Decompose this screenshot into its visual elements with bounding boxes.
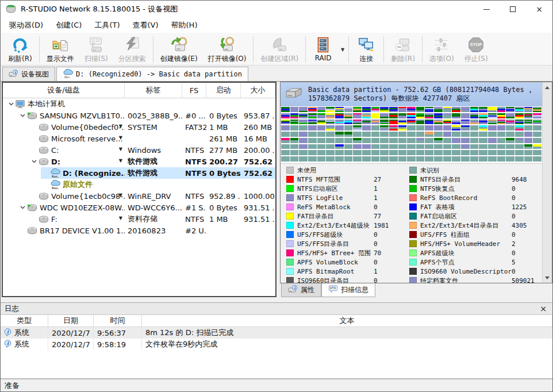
scan-panel-scrollbar[interactable] <box>542 82 552 283</box>
log-column-header-1[interactable]: 日期 <box>48 315 94 326</box>
cell-start: 0 Bytes <box>206 202 241 213</box>
tab-scan-info[interactable]: 扫描信息 <box>321 283 375 297</box>
cell-fs <box>182 98 206 110</box>
raid-dropdown-arrow-button[interactable]: ▼ <box>339 34 347 65</box>
log-date: 2020/12/7 <box>48 339 94 350</box>
tab-label: 属性 <box>301 285 314 295</box>
device-combo-arrow-icon[interactable]: ▼ <box>119 135 122 140</box>
disk-icon <box>39 135 49 143</box>
device-combo-arrow-icon[interactable]: ▼ <box>119 216 122 221</box>
scan-block <box>308 132 317 137</box>
device-cell[interactable]: SAMSUNG MZVLB1T0... <box>3 110 125 121</box>
chevron-expand-icon[interactable] <box>18 206 27 209</box>
device-cell[interactable]: Volume{1ecb0c98-...▼ <box>3 190 125 202</box>
toolbar-button-scan: 扫描(S) <box>79 34 113 65</box>
device-cell[interactable]: F:▼ <box>3 213 125 225</box>
maximize-button[interactable] <box>500 1 526 18</box>
device-cell[interactable]: WDC WD10EZEX-08W... <box>3 202 125 213</box>
chevron-expand-icon[interactable] <box>18 114 27 117</box>
scan-block <box>362 107 371 112</box>
device-cell[interactable]: Rec.D: (Recognize... <box>3 167 125 179</box>
log-column-header-2[interactable]: 时间 <box>94 315 142 326</box>
toolbar-button-label: 删除(R) <box>391 54 415 64</box>
column-header-4[interactable]: 大小 <box>241 83 275 98</box>
log-close-icon[interactable]: × <box>538 304 548 313</box>
scan-block <box>353 113 362 118</box>
legend-column-left: 未使用NTFS MFT范围27NTFS启动扇区1NTFS LogFile1ReF… <box>286 166 404 283</box>
scan-block <box>362 156 371 162</box>
legend-value: 0 <box>512 213 542 220</box>
scan-block <box>533 138 542 143</box>
device-combo-arrow-icon[interactable]: ▼ <box>119 193 122 198</box>
menu-item-1[interactable]: 创建(C) <box>49 18 88 33</box>
toolbar-button-open-image[interactable]: 打开镜像(O) <box>203 34 252 65</box>
scan-block <box>488 138 497 143</box>
scan-block <box>362 150 371 155</box>
cell-fs: #2 U... <box>182 225 206 236</box>
menu-item-0[interactable]: 驱动器(D) <box>3 18 49 33</box>
table-row[interactable]: SAMSUNG MZVLB1T0...0025_388B_9...#0 ...0… <box>3 110 275 121</box>
scan-block <box>434 107 443 112</box>
chevron-expand-icon[interactable] <box>6 102 16 106</box>
device-cell[interactable]: Rec.原始文件 <box>3 179 125 190</box>
scan-block <box>407 138 416 143</box>
log-row[interactable]: i系统2020/12/79:56:378m 12s 的 D: 扫描已完成 <box>1 327 552 339</box>
table-row[interactable]: Rec.原始文件 <box>3 179 275 190</box>
table-row[interactable]: BR17 DEVICE V1.00 1....20160823#2 U... <box>3 225 275 236</box>
table-row[interactable]: F:▼资料存储NTFS1 MB931.51 ... <box>3 213 275 225</box>
device-cell[interactable]: Volume{0bedecf0-...▼ <box>3 121 125 133</box>
device-cell[interactable]: C:▼ <box>3 144 125 156</box>
toolbar-button-connect[interactable]: 连接 <box>351 34 382 65</box>
table-row[interactable]: WDC WD10EZEX-08W...WD-WCC6Y6...#1 S...0 … <box>3 202 275 213</box>
column-header-2[interactable]: FS <box>182 83 206 98</box>
device-combo-arrow-icon[interactable]: ▼ <box>119 124 122 129</box>
scan-block <box>299 132 308 137</box>
table-row[interactable]: Volume{0bedecf0-...▼SYSTEMFAT321 MB260 M… <box>3 121 275 133</box>
scan-block-map[interactable] <box>281 106 542 162</box>
table-row[interactable]: Volume{1ecb0c98-...▼WinRE_DRVNTFS952.89 … <box>3 190 275 202</box>
close-button[interactable]: × <box>526 1 552 18</box>
scan-block <box>515 156 524 162</box>
log-column-header-0[interactable]: 类型 <box>1 315 48 326</box>
menu-item-2[interactable]: 工具(T) <box>88 18 126 33</box>
device-cell[interactable]: 本地计算机 <box>3 98 125 110</box>
scan-block <box>452 132 460 137</box>
minimize-button[interactable] <box>473 1 500 18</box>
device-combo-arrow-icon[interactable]: ▼ <box>119 147 122 152</box>
column-header-3[interactable]: 启动 <box>206 83 241 98</box>
scan-block <box>371 120 380 125</box>
scrollbar-down-arrow[interactable] <box>543 273 552 282</box>
device-combo-arrow-icon[interactable]: ▼ <box>119 158 122 163</box>
table-row[interactable]: D:▼软件游戏NTFS200.27 ...752.62 ... <box>3 156 275 167</box>
device-cell[interactable]: Microsoft reserve...▼ <box>3 133 125 144</box>
toolbar-button-refresh[interactable]: 刷新(R) <box>3 34 37 65</box>
legend-color-swatch <box>286 222 294 229</box>
toolbar-button-create-image[interactable]: 创建镜像(E) <box>155 34 203 65</box>
cell-size: 200.00 ... <box>241 144 275 156</box>
scan-block <box>416 144 425 149</box>
column-header-0[interactable]: 设备/磁盘 <box>3 83 125 98</box>
scan-block <box>371 107 380 112</box>
toolbar-button-show-files[interactable]: 显示文件 <box>41 34 79 65</box>
log-row[interactable]: i系统2020/12/79:58:19文件枚举在9秒内完成 <box>1 339 552 350</box>
scrollbar-up-arrow[interactable] <box>543 83 552 92</box>
device-name: BR17 DEVICE V1.00 1.... <box>40 226 125 235</box>
legend-label: FAT目录条目 <box>297 212 374 221</box>
legend-item: APFS超级块0 <box>409 248 542 258</box>
table-row[interactable]: 本地计算机 <box>3 98 275 110</box>
tab-recognized-partition[interactable]: Rec.D: (Recognized0) -> Basic data parti… <box>56 67 248 81</box>
tab-properties[interactable]: i属性 <box>281 283 321 297</box>
chevron-expand-icon[interactable] <box>29 160 39 163</box>
scan-block <box>488 107 497 112</box>
menu-item-4[interactable]: 帮助(H) <box>165 18 204 33</box>
menu-item-3[interactable]: 查看(V) <box>126 18 164 33</box>
toolbar-button-raid[interactable]: RAID <box>308 34 339 65</box>
device-cell[interactable]: BR17 DEVICE V1.00 1.... <box>3 225 125 236</box>
log-column-header-3[interactable]: 文本 <box>142 315 552 326</box>
table-row[interactable]: C:▼WindowsNTFS277 MB200.00 ... <box>3 144 275 156</box>
column-header-1[interactable]: 标签 <box>125 83 182 98</box>
table-row[interactable]: Microsoft reserve...▼261 MB16 MB <box>3 133 275 144</box>
tab-device-view[interactable]: i设备视图 <box>2 67 55 81</box>
table-row[interactable]: Rec.D: (Recognize...软件游戏NTFS0 Bytes752.6… <box>3 167 275 179</box>
device-cell[interactable]: D:▼ <box>3 156 125 167</box>
